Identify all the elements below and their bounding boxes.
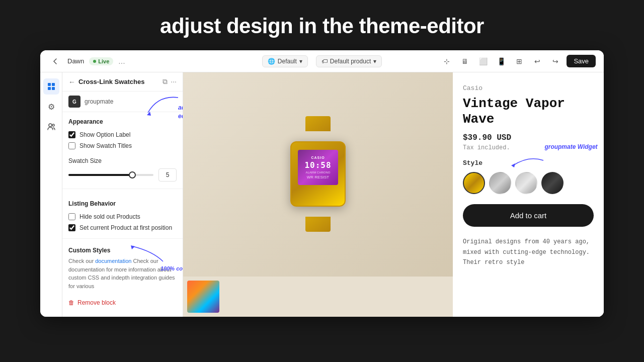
topbar: Dawn Live ... 🌐 Default ▾ 🏷 Default prod…	[40, 50, 604, 72]
phone-icon[interactable]: 📱	[494, 54, 508, 68]
swatch-silver[interactable]	[515, 172, 537, 194]
svg-rect-3	[52, 87, 55, 90]
app-name: Dawn	[67, 57, 84, 65]
desktop-icon[interactable]: 🖥	[458, 54, 472, 68]
show-swatch-titles-checkbox[interactable]	[68, 142, 75, 149]
sidebar-item-sections[interactable]	[43, 78, 59, 95]
plugin-name: groupmate	[85, 98, 113, 105]
hide-sold-out-text: Hide sold out Products	[79, 213, 140, 220]
custom-styles-desc: Check our documentation Check our docume…	[68, 257, 177, 290]
svg-rect-1	[52, 83, 55, 86]
sidebar-item-settings[interactable]: ⚙	[43, 99, 59, 115]
default-product-button[interactable]: 🏷 Default product ▾	[316, 55, 382, 67]
chevron-down-icon-2: ▾	[373, 58, 376, 65]
swatch-size-slider[interactable]	[68, 174, 153, 176]
svg-point-5	[52, 124, 54, 126]
swatch-silver-gray[interactable]	[489, 172, 511, 194]
style-label: Style	[463, 159, 594, 167]
grid-icon[interactable]: ⊞	[512, 54, 526, 68]
product-price: $39.90 USD	[463, 133, 594, 142]
settings-panel: ← Cross-Link Swatches ⧉ ··· G groupmate …	[62, 72, 183, 317]
show-option-label-checkbox[interactable]	[68, 131, 75, 138]
panel-back-icon[interactable]: ←	[68, 78, 75, 86]
redo-icon[interactable]: ↪	[548, 54, 562, 68]
sidebar-icons: ⚙	[40, 72, 62, 317]
more-options-icon[interactable]: ...	[118, 57, 125, 66]
product-info: Casio Vintage Vapor Wave $39.90 USD Tax …	[453, 72, 604, 317]
remove-block-button[interactable]: 🗑 Remove block	[62, 295, 122, 310]
save-button[interactable]: Save	[567, 55, 596, 67]
thumb-colorful[interactable]	[187, 281, 219, 313]
svg-point-4	[49, 124, 52, 127]
globe-icon: 🌐	[268, 58, 275, 65]
listing-section: Listing Behavior Hide sold out Products …	[62, 192, 183, 235]
swatch-black[interactable]	[541, 172, 564, 194]
product-image-area: CASIO 10:58 ALARM CHRONO WR RESIST	[183, 72, 453, 317]
brand-name: Casio	[463, 84, 594, 92]
show-option-label-text: Show Option Label	[79, 131, 130, 138]
panel-more-icon[interactable]: ···	[171, 77, 177, 86]
listing-title: Listing Behavior	[62, 194, 183, 211]
panel-copy-icon[interactable]: ⧉	[163, 77, 168, 86]
show-swatch-titles-text: Show Swatch Titles	[79, 142, 132, 149]
undo-icon[interactable]: ↩	[530, 54, 544, 68]
watch-image: CASIO 10:58 ALARM CHRONO WR RESIST	[290, 141, 346, 207]
appearance-title: Appearance	[62, 112, 183, 129]
page-title: adjust design in the theme-editor	[0, 0, 644, 50]
swatch-size-label: Swatch Size	[68, 157, 177, 164]
appearance-section: Appearance Show Option Label Show Swatch…	[62, 112, 183, 186]
swatches	[463, 172, 594, 194]
trash-icon: 🗑	[68, 299, 74, 306]
chevron-down-icon: ▾	[299, 58, 302, 65]
back-icon[interactable]	[48, 54, 62, 68]
preview-area: CASIO 10:58 ALARM CHRONO WR RESIST	[183, 72, 604, 317]
swatch-gold[interactable]	[463, 172, 485, 194]
product-name: Vintage Vapor Wave	[463, 96, 594, 127]
tax-info: Tax included.	[463, 144, 594, 151]
browser-window: Dawn Live ... 🌐 Default ▾ 🏷 Default prod…	[40, 50, 604, 317]
plugin-logo: G	[68, 96, 80, 108]
hide-sold-out-checkbox[interactable]	[68, 213, 75, 220]
cursor-icon[interactable]: ⊹	[440, 54, 454, 68]
set-first-position-text: Set current Product at first position	[79, 224, 172, 231]
swatch-size-value[interactable]: 5	[158, 168, 177, 182]
panel-title: Cross-Link Swatches	[78, 78, 159, 85]
sidebar-item-users[interactable]	[43, 119, 59, 135]
tablet-icon[interactable]: ⬜	[476, 54, 490, 68]
add-to-cart-button[interactable]: Add to cart	[463, 204, 594, 227]
custom-styles-section: Custom Styles Check our documentation Ch…	[62, 242, 183, 295]
documentation-link[interactable]: documentation	[95, 258, 131, 264]
custom-styles-title: Custom Styles	[68, 247, 177, 254]
default-button[interactable]: 🌐 Default ▾	[262, 55, 308, 67]
product-description: Original designs from 40 years ago, mixe…	[463, 237, 594, 267]
live-badge: Live	[89, 57, 113, 65]
svg-rect-0	[48, 83, 51, 86]
tag-icon: 🏷	[321, 58, 328, 65]
svg-rect-2	[48, 87, 51, 90]
set-first-position-checkbox[interactable]	[68, 224, 75, 231]
